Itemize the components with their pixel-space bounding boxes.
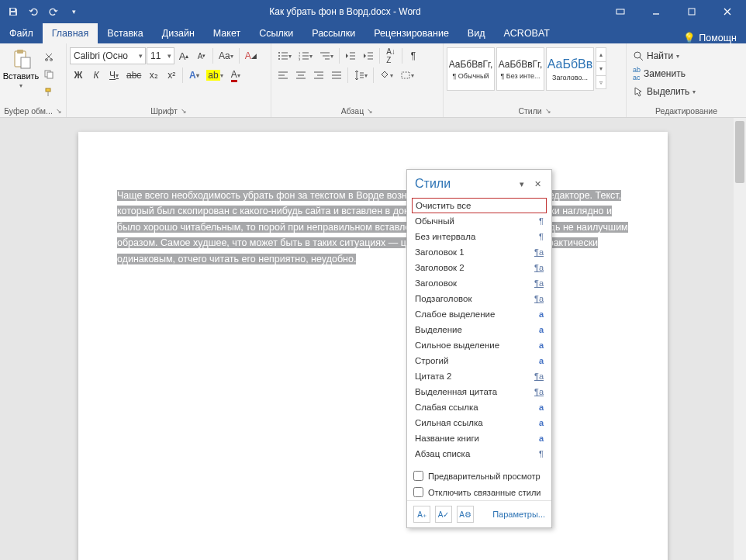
borders-button[interactable] [397, 67, 417, 84]
numbering-button[interactable]: 123 [295, 47, 316, 64]
style-item[interactable]: Сильное выделениеa [412, 337, 547, 353]
style-inspector-button[interactable]: A✓ [435, 506, 452, 523]
font-color-button[interactable]: A [227, 67, 244, 84]
tab-acrobat[interactable]: ACROBAT [494, 23, 559, 43]
tab-design[interactable]: Дизайн [153, 23, 204, 43]
text-effects-button[interactable]: A [185, 67, 202, 84]
disable-linked-checkbox[interactable]: Отключить связанные стили [407, 484, 551, 500]
copy-button[interactable] [40, 66, 57, 83]
strike-button[interactable]: abc [123, 67, 144, 84]
bold-button[interactable]: Ж [70, 67, 87, 84]
style-item-mark: a [531, 309, 544, 319]
disable-linked-checkbox-input[interactable] [413, 487, 423, 497]
find-button[interactable]: Найти [630, 47, 699, 64]
line-spacing-button[interactable] [351, 67, 371, 84]
tab-file[interactable]: Файл [0, 23, 43, 43]
scroll-thumb[interactable] [735, 121, 744, 183]
maximize-button[interactable] [675, 0, 709, 23]
redo-button[interactable] [45, 3, 62, 20]
bullets-button[interactable] [275, 47, 295, 64]
format-painter-button[interactable] [40, 84, 57, 101]
justify-button[interactable] [328, 67, 345, 84]
shrink-font-button[interactable]: A▾ [193, 47, 210, 64]
style-item[interactable]: Без интервала¶ [412, 229, 547, 244]
page[interactable]: Чаще всего необходимость убрать фон за т… [78, 132, 668, 560]
preview-checkbox[interactable]: Предварительный просмотр [407, 468, 551, 484]
styles-pane-close[interactable]: ✕ [530, 176, 545, 192]
style-item[interactable]: Выделениеa [412, 322, 547, 337]
change-case-button[interactable]: Aa [216, 47, 237, 64]
cut-button[interactable] [40, 48, 57, 65]
align-center-button[interactable] [292, 67, 309, 84]
tab-review[interactable]: Рецензирование [364, 23, 458, 43]
multilevel-button[interactable] [316, 47, 337, 64]
tab-layout[interactable]: Макет [204, 23, 250, 43]
highlight-button[interactable]: ab [203, 67, 226, 84]
save-button[interactable] [5, 3, 22, 20]
style-nospacing[interactable]: АаБбВвГг, ¶ Без инте... [496, 47, 544, 91]
shading-button[interactable] [376, 67, 396, 84]
font-size-combo[interactable]: 11 [147, 47, 174, 64]
tell-me[interactable]: 💡 Помощн [683, 32, 737, 43]
replace-button[interactable]: abac Заменить [630, 65, 699, 82]
styles-params-link[interactable]: Параметры... [492, 510, 545, 519]
style-item[interactable]: Строгийa [412, 353, 547, 368]
subscript-button[interactable]: x₂ [145, 67, 162, 84]
font-launcher[interactable]: ↘ [181, 107, 187, 115]
clear-formatting-button[interactable]: A◢ [242, 47, 260, 64]
styles-scroll-up[interactable]: ▴ [596, 47, 606, 61]
select-button[interactable]: Выделить [630, 83, 699, 100]
disable-linked-checkbox-label: Отключить связанные стили [428, 488, 541, 497]
document-area: Чаще всего необходимость убрать фон за т… [0, 118, 746, 560]
tab-mailings[interactable]: Рассылки [302, 23, 364, 43]
styles-launcher[interactable]: ↘ [545, 107, 551, 115]
vertical-scrollbar[interactable] [734, 118, 746, 560]
tab-references[interactable]: Ссылки [250, 23, 302, 43]
italic-button[interactable]: К [88, 67, 105, 84]
tab-view[interactable]: Вид [458, 23, 495, 43]
undo-button[interactable] [25, 3, 42, 20]
paste-button[interactable]: Вставить ▾ [3, 45, 39, 89]
style-item[interactable]: Сильная ссылкаa [412, 415, 547, 430]
underline-button[interactable]: Ч [105, 67, 123, 84]
style-item[interactable]: Очистить все [412, 198, 547, 213]
decrease-indent-button[interactable] [342, 47, 359, 64]
style-item[interactable]: Заголовок 2¶a [412, 260, 547, 275]
style-item[interactable]: Слабая ссылкаa [412, 399, 547, 415]
styles-expand[interactable]: ▿ [596, 75, 606, 89]
tab-home[interactable]: Главная [43, 23, 98, 43]
align-left-button[interactable] [275, 67, 292, 84]
style-heading1[interactable]: АаБбВв Заголово... [546, 47, 594, 91]
style-item[interactable]: Цитата 2¶a [412, 368, 547, 384]
styles-pane-header[interactable]: Стили ▾ ✕ [407, 170, 551, 198]
styles-scroll-down[interactable]: ▾ [596, 61, 606, 75]
style-item[interactable]: Абзац списка¶ [412, 446, 547, 461]
new-style-button[interactable]: A₊ [413, 506, 430, 523]
preview-checkbox-input[interactable] [413, 471, 423, 481]
superscript-button[interactable]: x² [163, 67, 180, 84]
clipboard-launcher[interactable]: ↘ [56, 107, 62, 115]
paragraph-launcher[interactable]: ↘ [367, 107, 373, 115]
style-item[interactable]: Название книгиa [412, 430, 547, 446]
increase-indent-button[interactable] [360, 47, 377, 64]
style-item[interactable]: Заголовок 1¶a [412, 244, 547, 260]
sort-button[interactable]: A↓Z [382, 47, 399, 64]
minimize-button[interactable] [639, 0, 673, 23]
ribbon-display-button[interactable] [603, 0, 637, 23]
style-item[interactable]: Слабое выделениеa [412, 306, 547, 322]
style-item[interactable]: Подзаголовок¶a [412, 291, 547, 306]
style-item[interactable]: Заголовок¶a [412, 275, 547, 291]
styles-pane-options[interactable]: ▾ [514, 176, 530, 192]
tab-insert[interactable]: Вставка [98, 23, 152, 43]
style-item[interactable]: Обычный¶ [412, 213, 547, 229]
close-button[interactable] [710, 0, 744, 23]
svg-rect-11 [47, 72, 53, 78]
qat-customize[interactable]: ▾ [65, 3, 82, 20]
style-item[interactable]: Выделенная цитата¶a [412, 384, 547, 399]
font-name-combo[interactable]: Calibri (Осно [70, 47, 146, 64]
style-normal[interactable]: АаБбВвГг, ¶ Обычный [447, 47, 495, 91]
align-right-button[interactable] [310, 67, 327, 84]
grow-font-button[interactable]: A▴ [175, 47, 192, 64]
manage-styles-button[interactable]: A⚙ [457, 506, 474, 523]
show-marks-button[interactable]: ¶ [405, 47, 422, 64]
